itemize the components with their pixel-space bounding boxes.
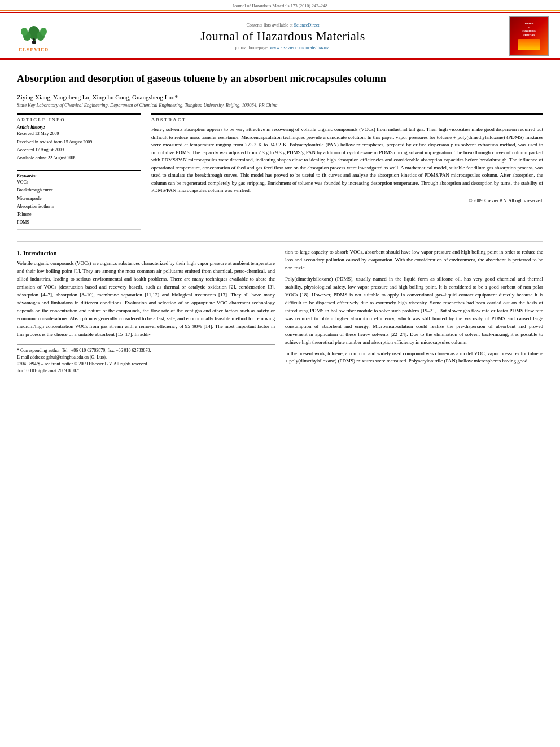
- svg-point-5: [40, 28, 47, 36]
- article-info-box: ARTICLE INFO Article history: Received 1…: [17, 113, 141, 165]
- footnote-doi: doi:10.1016/j.jhazmat.2009.08.075: [17, 368, 275, 374]
- keyword-5: Toluene: [17, 211, 141, 217]
- received-date: Received 13 May 2009: [17, 130, 141, 137]
- history-label: Article history:: [17, 125, 141, 130]
- footnote-corresponding: * Corresponding author. Tel.: +86 010 62…: [17, 347, 275, 354]
- accepted-date: Accepted 17 August 2009: [17, 147, 141, 153]
- introduction-col-right: tion to large capacity to absorb VOCs, a…: [285, 248, 543, 374]
- article-affiliation: State Key Laboratory of Chemical Enginee…: [17, 102, 543, 108]
- elsevier-brand-text: ELSEVIER: [19, 47, 49, 53]
- section-title: Introduction: [23, 250, 57, 256]
- sciencedirect-link[interactable]: ScienceDirect: [294, 23, 320, 28]
- section-number: 1.: [17, 250, 21, 256]
- introduction-text-col2-p3: In the present work, toluene, a common a…: [285, 350, 543, 366]
- homepage-label: journal homepage:: [235, 45, 269, 50]
- article-authors: Ziying Xiang, Yangcheng Lu, Xingchu Gong…: [17, 94, 543, 101]
- footnote-issn: 0304-3894/$ – see front matter © 2009 El…: [17, 361, 275, 368]
- journal-title-header: Journal of Hazardous Materials: [56, 29, 509, 43]
- available-date: Available online 22 August 2009: [17, 155, 141, 161]
- section-divider-1: [17, 241, 543, 242]
- keywords-label: Keywords:: [17, 173, 141, 178]
- article-title: Absorption and desorption of gaseous tol…: [17, 72, 543, 89]
- received-revised-date: Received in revised form 15 August 2009: [17, 139, 141, 145]
- article-info-label: ARTICLE INFO: [17, 117, 141, 123]
- section-heading-introduction: 1. Introduction: [17, 250, 275, 256]
- svg-point-4: [21, 28, 28, 36]
- keyword-4: Absorption isotherm: [17, 203, 141, 209]
- introduction-text-col1: Volatile organic compounds (VOCs) are or…: [17, 260, 275, 338]
- abstract-label: ABSTRACT: [151, 117, 543, 123]
- journal-thumbnail: JournalofHazardousMaterials: [509, 16, 549, 56]
- citation-text: Journal of Hazardous Materials 173 (2010…: [233, 3, 327, 8]
- keyword-3: Microcapsule: [17, 195, 141, 202]
- page-header: Journal of Hazardous Materials 173 (2010…: [0, 0, 560, 10]
- svg-rect-7: [32, 41, 36, 44]
- footnote-area: * Corresponding author. Tel.: +86 010 62…: [17, 344, 275, 374]
- contents-line: Contents lists available at ScienceDirec…: [56, 23, 509, 28]
- introduction-section: 1. Introduction Volatile organic compoun…: [17, 248, 543, 374]
- introduction-text-col2-p1: tion to large capacity to absorb VOCs, a…: [285, 248, 543, 272]
- introduction-col-left: 1. Introduction Volatile organic compoun…: [17, 248, 275, 374]
- keywords-box: Keywords: VOCs Breakthrough curve Microc…: [17, 170, 141, 230]
- footnote-email: E-mail address: gshui@tsinghua.edu.cn (G…: [17, 354, 275, 361]
- svg-point-6: [33, 38, 35, 41]
- elsevier-logo: ELSEVIER: [11, 20, 56, 53]
- copyright-text: © 2009 Elsevier B.V. All rights reserved…: [151, 198, 543, 203]
- keyword-6: PDMS: [17, 219, 141, 225]
- homepage-url[interactable]: www.elsevier.com/locate/jhazmat: [270, 45, 331, 50]
- keyword-1: VOCs: [17, 179, 141, 185]
- abstract-text: Heavy solvents absorption appears to be …: [151, 126, 543, 195]
- keyword-2: Breakthrough curve: [17, 187, 141, 193]
- abstract-box: ABSTRACT Heavy solvents absorption appea…: [151, 113, 543, 203]
- introduction-text-col2-p2: Poly(dimethylsiloxane) (PDMS), usually n…: [285, 276, 543, 346]
